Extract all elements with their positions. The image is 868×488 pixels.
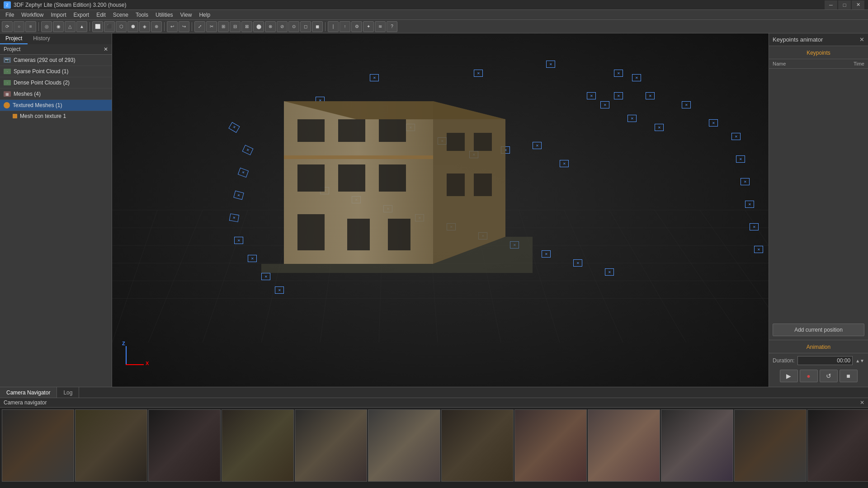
camera-thumb-8[interactable] — [588, 409, 660, 482]
cam-marker — [605, 268, 614, 276]
camera-thumb-1[interactable] — [75, 409, 147, 482]
cam-marker — [754, 246, 763, 253]
toolbar-btn-19[interactable]: ⊟ — [230, 21, 241, 32]
menu-item-file[interactable]: File — [2, 11, 18, 19]
toolbar-btn-10[interactable]: ⬡ — [116, 21, 127, 32]
toolbar-btn-11[interactable]: ⬢ — [127, 21, 138, 32]
toolbar-btn-18[interactable]: ⊞ — [218, 21, 229, 32]
menu-item-workflow[interactable]: Workflow — [18, 11, 47, 19]
panel-header: Project ✕ — [0, 44, 112, 55]
toolbar-btn-2[interactable]: ○ — [14, 21, 24, 32]
cameras-label: Cameras (292 out of 293) — [14, 57, 75, 63]
toolbar-btn-4[interactable]: ◎ — [41, 21, 52, 32]
cam-marker — [533, 142, 542, 149]
toolbar-btn-13[interactable]: ⊕ — [151, 21, 162, 32]
tab-history[interactable]: History — [28, 33, 55, 44]
camera-thumb-3[interactable] — [222, 409, 294, 482]
camera-nav-strip[interactable] — [0, 408, 868, 486]
camera-thumb-7[interactable] — [514, 409, 587, 482]
tab-project[interactable]: Project — [0, 33, 28, 44]
duration-spinner[interactable]: ▲▼ — [855, 358, 864, 363]
left-panel: Project History Project ✕ 📷 Cameras (292… — [0, 33, 112, 387]
toolbar-btn-15[interactable]: ↪ — [179, 21, 189, 32]
close-button[interactable]: ✕ — [852, 0, 864, 9]
toolbar-btn-5[interactable]: ◉ — [53, 21, 64, 32]
toolbar-btn-23[interactable]: ⊘ — [277, 21, 288, 32]
minimize-button[interactable]: ─ — [825, 0, 837, 9]
reset-button[interactable]: ↺ — [820, 370, 838, 382]
play-button[interactable]: ▶ — [780, 370, 798, 382]
sparse-label: Sparse Point Cloud (1) — [14, 68, 68, 75]
tree-item-dense[interactable]: · Dense Point Clouds (2) — [0, 77, 112, 89]
cam-marker — [587, 92, 596, 99]
add-position-button[interactable]: Add current position — [773, 324, 864, 336]
camera-thumb-11[interactable] — [807, 409, 868, 482]
toolbar-btn-26[interactable]: ◼ — [312, 21, 323, 32]
cam-marker — [627, 115, 637, 122]
toolbar-btn-7[interactable]: ▲ — [76, 21, 87, 32]
toolbar-btn-1[interactable]: ⟳ — [2, 21, 13, 32]
toolbar-btn-16[interactable]: ⤢ — [194, 21, 205, 32]
menu-item-export[interactable]: Export — [70, 11, 93, 19]
tree-item-cameras[interactable]: 📷 Cameras (292 out of 293) — [0, 55, 112, 66]
toolbar-btn-20[interactable]: ⊠ — [241, 21, 252, 32]
camera-nav-close[interactable]: ✕ — [860, 399, 864, 406]
camera-thumb-6[interactable] — [441, 409, 514, 482]
tab-log[interactable]: Log — [57, 387, 79, 398]
cam-marker — [750, 223, 759, 230]
toolbar-btn-8[interactable]: ⬜ — [92, 21, 103, 32]
tree-item-sparse[interactable]: · Sparse Point Cloud (1) — [0, 66, 112, 77]
svg-rect-23 — [297, 119, 325, 142]
toolbar-btn-32[interactable]: ? — [387, 21, 397, 32]
camera-nav-header: Camera navigator ✕ — [0, 398, 868, 408]
toolbar-btn-28[interactable]: ↑ — [340, 21, 350, 32]
svg-rect-32 — [447, 133, 465, 151]
toolbar-btn-12[interactable]: ◈ — [139, 21, 150, 32]
cam-marker — [560, 160, 569, 167]
toolbar-btn-24[interactable]: ⊙ — [288, 21, 299, 32]
toolbar-btn-6[interactable]: △ — [65, 21, 75, 32]
toolbar-btn-9[interactable]: ⬛ — [104, 21, 115, 32]
menu-item-utilities[interactable]: Utilities — [152, 11, 177, 19]
record-button[interactable]: ● — [800, 370, 818, 382]
toolbar-btn-14[interactable]: ↩ — [167, 21, 178, 32]
camera-thumb-4[interactable] — [295, 409, 367, 482]
toolbar-btn-25[interactable]: ◻ — [300, 21, 311, 32]
menu-item-tools[interactable]: Tools — [132, 11, 152, 19]
camera-thumb-5[interactable] — [368, 409, 440, 482]
panel-close-button[interactable]: ✕ — [104, 46, 108, 52]
toolbar-btn-30[interactable]: ✦ — [363, 21, 374, 32]
animation-controls[interactable]: ▶ ● ↺ ■ — [769, 368, 868, 384]
menu-item-import[interactable]: Import — [47, 11, 70, 19]
sub-item-mesh[interactable]: Mesh con texture 1 — [0, 111, 112, 121]
toolbar-btn-17[interactable]: ✂ — [206, 21, 217, 32]
bottom-tabs[interactable]: Camera Navigator Log — [0, 387, 868, 398]
viewport[interactable]: X Z — [112, 33, 769, 387]
tree-item-meshes[interactable]: ▦ Meshes (4) — [0, 89, 112, 100]
camera-thumb-9[interactable] — [661, 409, 733, 482]
menu-item-scene[interactable]: Scene — [109, 11, 132, 19]
camera-thumb-10[interactable] — [734, 409, 807, 482]
menu-item-view[interactable]: View — [177, 11, 196, 19]
toolbar-btn-27[interactable]: | — [328, 21, 339, 32]
window-controls[interactable]: ─ □ ✕ — [825, 0, 864, 9]
cam-marker — [646, 92, 655, 99]
toolbar-btn-22[interactable]: ⊗ — [265, 21, 276, 32]
tab-camera-navigator[interactable]: Camera Navigator — [0, 387, 57, 398]
camera-thumb-0[interactable] — [2, 409, 74, 482]
tree-item-textured[interactable]: Textured Meshes (1) — [0, 100, 112, 111]
panel-tabs[interactable]: Project History — [0, 33, 112, 44]
toolbar-btn-3[interactable]: ≡ — [25, 21, 36, 32]
menu-item-edit[interactable]: Edit — [93, 11, 109, 19]
right-panel-close[interactable]: ✕ — [859, 36, 864, 43]
camera-thumb-2[interactable] — [148, 409, 221, 482]
toolbar-btn-29[interactable]: ⚙ — [351, 21, 362, 32]
stop-button[interactable]: ■ — [840, 370, 858, 382]
keypoints-columns: Name Time — [769, 59, 868, 69]
menu-item-help[interactable]: Help — [195, 11, 214, 19]
maximize-button[interactable]: □ — [838, 0, 851, 9]
duration-input[interactable] — [797, 356, 853, 365]
toolbar-btn-31[interactable]: ≋ — [375, 21, 386, 32]
toolbar-btn-21[interactable]: ⬤ — [253, 21, 264, 32]
svg-marker-21 — [433, 101, 505, 264]
